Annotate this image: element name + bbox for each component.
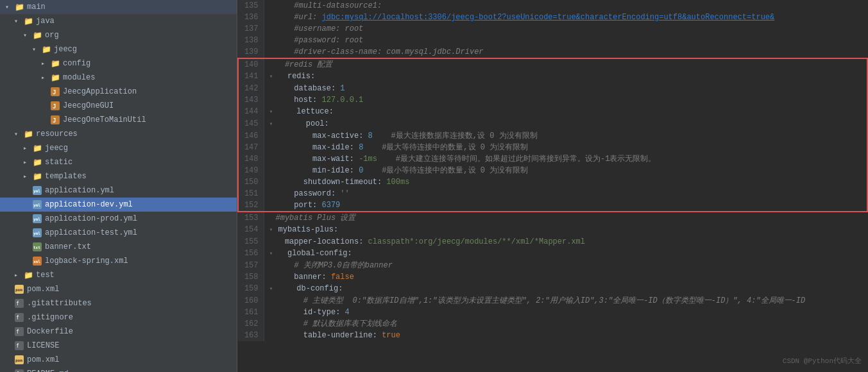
line-number: 136 (238, 12, 264, 23)
code-row-149: 149 min-idle: 0 #最小等待连接中的数量,设 0 为没有限制 (238, 165, 867, 176)
line-number: 160 (238, 295, 264, 307)
sidebar-item-main[interactable]: 📁main (0, 0, 237, 14)
fold-arrow[interactable]: ▾ (269, 285, 277, 292)
fold-arrow[interactable]: ▾ (269, 250, 277, 257)
code-row-140: 140 #redis 配置 (238, 58, 867, 71)
sidebar-item-test[interactable]: 📁test (0, 268, 237, 282)
sidebar-item-label: logback-spring.xml (45, 257, 128, 266)
sidebar-item-pom1[interactable]: pompom.xml (0, 282, 237, 296)
code-content-line: # 主键类型 0:"数据库ID自增",1:"该类型为未设置主键类型", 2:"用… (264, 295, 867, 307)
sidebar-item-pom2[interactable]: pompom.xml (0, 353, 237, 367)
sidebar-item-JeecgApplication[interactable]: JJeecgApplication (0, 85, 237, 99)
line-number: 163 (238, 330, 264, 341)
code-row-148: 148 max-wait: -1ms #最大建立连接等待时间。如果超过此时间将接… (238, 153, 867, 165)
svg-text:yml: yml (33, 217, 40, 222)
code-content-line: database: 1 (264, 83, 867, 94)
sidebar-item-jeecg-res[interactable]: 📁jeecg (0, 141, 237, 155)
sidebar-item-label: java (36, 17, 55, 26)
line-number: 154 (238, 224, 264, 236)
sidebar-item-gitattributes[interactable]: f.gitattributes (0, 296, 237, 310)
code-row-136: 136 #url: jdbc:mysql://localhost:3306/je… (238, 12, 867, 23)
sidebar-item-org[interactable]: 📁org (0, 28, 237, 42)
code-content-line: ▾ global-config: (264, 248, 867, 260)
folder-icon: 📁 (23, 129, 33, 139)
code-content-line: #driver-class-name: com.mysql.jdbc.Drive… (264, 46, 867, 58)
code-content-line: ▾ lettuce: (264, 106, 867, 118)
svg-text:yml: yml (33, 189, 40, 194)
folder-icon: 📁 (41, 44, 51, 55)
sidebar-item-JeecgOneGUI[interactable]: JJeecgOneGUI (0, 99, 237, 113)
code-content-line: #multi-datasource1: (264, 0, 867, 12)
fold-arrow[interactable]: ▾ (269, 226, 277, 233)
svg-text:txt: txt (33, 245, 40, 249)
code-row-153: 153#mybatis Plus 设置 (238, 212, 867, 224)
sidebar-item-label: templates (45, 172, 87, 181)
sidebar-item-label: README.md (27, 369, 69, 372)
sidebar-item-label: LICENSE (27, 341, 59, 350)
sidebar-item-jeecg[interactable]: 📁jeecg (0, 42, 237, 56)
sidebar-item-application-prod-yml[interactable]: ymlapplication-prod.yml (0, 212, 237, 226)
sidebar-item-application-test-yml[interactable]: ymlapplication-test.yml (0, 226, 237, 240)
code-row-144: 144▾ lettuce: (238, 106, 867, 118)
sidebar-item-dockerfile[interactable]: fDockerfile (0, 325, 237, 339)
svg-text:yml: yml (33, 231, 40, 236)
svg-text:yml: yml (33, 203, 40, 208)
sidebar-item-label: resources (36, 130, 78, 139)
code-row-146: 146 max-active: 8 #最大连接数据库连接数,设 0 为没有限制 (238, 130, 867, 142)
sidebar-item-application-dev-yml[interactable]: ymlapplication-dev.yml (0, 198, 237, 212)
sidebar-item-static[interactable]: 📁static (0, 155, 237, 169)
code-content-line: max-active: 8 #最大连接数据库连接数,设 0 为没有限制 (264, 130, 867, 142)
generic-file-icon: f (14, 298, 24, 309)
txt-file-icon: txt (32, 242, 42, 252)
xml-file-icon: xml (32, 256, 42, 266)
sidebar-item-label: main (27, 3, 46, 12)
sidebar-item-templates[interactable]: 📁templates (0, 169, 237, 183)
line-number: 161 (238, 307, 264, 318)
folder-icon: 📁 (32, 171, 42, 182)
sidebar-item-java[interactable]: 📁java (0, 14, 237, 28)
sidebar-item-label: static (45, 158, 72, 167)
svg-text:pom: pom (15, 358, 22, 363)
code-content-line: #redis 配置 (264, 58, 867, 71)
code-row-138: 138 #password: root (238, 35, 867, 46)
code-row-145: 145▾ pool: (238, 118, 867, 130)
sidebar-item-readme[interactable]: fREADME.md (0, 367, 237, 372)
code-content-line: #username: root (264, 23, 867, 35)
line-number: 149 (238, 165, 264, 176)
file-tree[interactable]: 📁main📁java📁org📁jeecg📁config📁modules JJee… (0, 0, 237, 372)
line-number: 140 (238, 58, 264, 71)
sidebar-item-JeecgOneToMainUtil[interactable]: JJeecgOneToMainUtil (0, 113, 237, 127)
sidebar-item-modules[interactable]: 📁modules (0, 71, 237, 85)
sidebar-item-logback-spring-xml[interactable]: xmllogback-spring.xml (0, 254, 237, 268)
sidebar-item-gitignore[interactable]: f.gitignore (0, 310, 237, 325)
folder-icon: 📁 (50, 72, 60, 83)
sidebar-item-resources[interactable]: 📁resources (0, 127, 237, 141)
code-row-155: 155 mapper-locations: classpath*:org/jee… (238, 236, 867, 248)
line-number: 139 (238, 46, 264, 58)
sidebar-item-config[interactable]: 📁config (0, 56, 237, 71)
line-number: 151 (238, 188, 264, 199)
svg-text:xml: xml (33, 259, 40, 264)
code-content-line: host: 127.0.0.1 (264, 94, 867, 106)
folder-icon: 📁 (50, 58, 60, 69)
sidebar-item-label: org (45, 31, 59, 40)
code-row-158: 158 banner: false (238, 271, 867, 283)
fold-arrow[interactable]: ▾ (269, 121, 277, 128)
svg-text:J: J (53, 117, 56, 124)
code-row-162: 162 # 默认数据库表下划线命名 (238, 318, 867, 330)
fold-arrow[interactable]: ▾ (269, 108, 277, 115)
sidebar-item-label: jeecg (45, 144, 68, 153)
yml-file-icon: yml (32, 185, 42, 196)
sidebar-item-label: Dockerfile (27, 327, 73, 336)
svg-text:J: J (53, 89, 56, 96)
sidebar-item-license[interactable]: fLICENSE (0, 339, 237, 353)
fold-arrow[interactable]: ▾ (269, 73, 277, 80)
sidebar-item-application-yml[interactable]: ymlapplication.yml (0, 183, 237, 198)
sidebar-item-label: application-prod.yml (45, 214, 137, 223)
line-number: 135 (238, 0, 264, 12)
sidebar-item-label: JeecgOneGUI (63, 101, 114, 110)
code-content-line: # 默认数据库表下划线命名 (264, 318, 867, 330)
code-content-line: max-wait: -1ms #最大建立连接等待时间。如果超过此时间将接到异常。… (264, 153, 867, 165)
sidebar-item-banner-txt[interactable]: txtbanner.txt (0, 240, 237, 254)
code-content-line: mapper-locations: classpath*:org/jeecg/m… (264, 236, 867, 248)
